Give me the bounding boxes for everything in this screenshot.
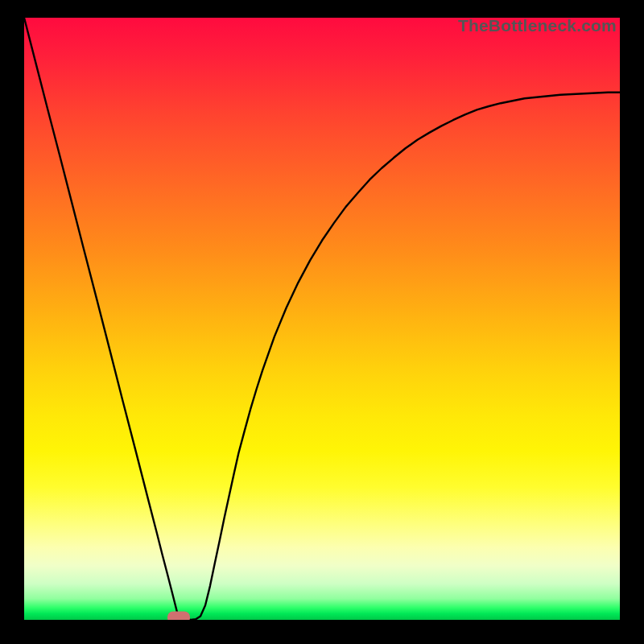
chart-frame: TheBottleneck.com: [0, 0, 644, 644]
optimal-point-marker: [167, 612, 190, 621]
plot-area: TheBottleneck.com: [24, 18, 620, 620]
bottleneck-curve: [24, 18, 620, 620]
